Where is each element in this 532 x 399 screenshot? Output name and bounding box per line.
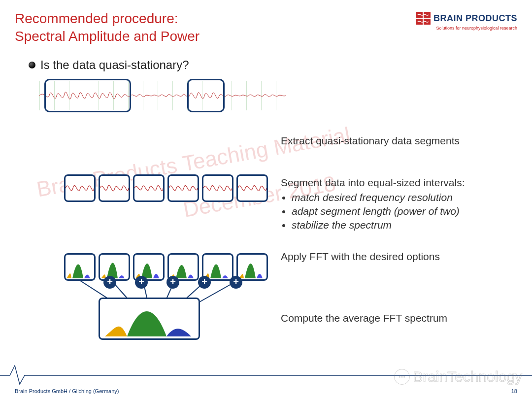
- footer-wave-icon: [0, 361, 532, 385]
- selection-box-2: [187, 79, 225, 112]
- corner-watermark: ⋯ BrainTechnology: [394, 368, 522, 385]
- title-block: Recommended procedure: Spectral Amplitud…: [15, 10, 200, 46]
- bullet-icon: [29, 62, 35, 68]
- svg-rect-2: [416, 19, 423, 25]
- step-segment-intro: Segment data into equal-sized intervals:: [281, 177, 527, 189]
- logo-text: BRAIN PRODUCTS: [433, 13, 517, 24]
- slide-container: Recommended procedure: Spectral Amplitud…: [0, 0, 532, 399]
- segment-3: [133, 174, 165, 202]
- corner-watermark-text: BrainTechnology: [413, 368, 522, 385]
- plus-icon: +: [135, 276, 148, 289]
- svg-rect-3: [424, 19, 431, 25]
- question-text: Is the data quasi-stationary?: [40, 58, 189, 72]
- svg-rect-1: [424, 12, 431, 18]
- step-average: Compute the average FFT spectrum: [281, 312, 527, 324]
- segment-1: [64, 174, 96, 202]
- plus-icon: +: [103, 276, 116, 289]
- fft-6: [236, 253, 268, 281]
- question-bullet: Is the data quasi-stationary?: [29, 58, 517, 72]
- segment-4: [167, 174, 199, 202]
- fft-2: [99, 253, 130, 281]
- segment-2: [99, 174, 130, 202]
- step-fft-text: Apply FFT with the desired options: [281, 251, 527, 263]
- seg-item-2: adapt segment length (power of two): [292, 204, 527, 218]
- selection-box-1: [44, 79, 131, 112]
- title-line-2: Spectral Amplitude and Power: [15, 28, 200, 45]
- segment-boxes: [64, 174, 268, 202]
- header-divider: [15, 50, 517, 50]
- fft-1: [64, 253, 96, 281]
- plus-icon: +: [230, 276, 242, 289]
- average-spectrum-box: [99, 298, 200, 340]
- step-average-text: Compute the average FFT spectrum: [281, 312, 527, 324]
- segment-6: [236, 174, 268, 202]
- content-area: Brain Products Teaching Material Decembe…: [15, 81, 517, 357]
- logo-tagline: Solutions for neurophysiological researc…: [416, 26, 517, 31]
- step-extract: Extract quasi-stationary data segments: [281, 135, 527, 147]
- brand-logo: BRAIN PRODUCTS Solutions for neurophysio…: [416, 10, 517, 31]
- step-extract-text: Extract quasi-stationary data segments: [281, 135, 527, 147]
- slide-header: Recommended procedure: Spectral Amplitud…: [15, 10, 517, 46]
- plus-icon: +: [166, 276, 179, 289]
- raw-eeg-strip: [39, 81, 286, 110]
- seg-item-3: stabilize the spectrum: [292, 218, 527, 232]
- segment-5: [202, 174, 233, 202]
- plus-icon: +: [198, 276, 211, 289]
- step-segment-list: match desired frequency resolution adapt…: [281, 191, 527, 233]
- chat-bubble-icon: ⋯: [394, 369, 410, 385]
- footer-page-number: 18: [511, 388, 517, 394]
- slide-footer: Brain Products GmbH / Gilching (Germany)…: [0, 388, 532, 394]
- plus-row: + + + + +: [64, 280, 268, 293]
- step-fft: Apply FFT with the desired options: [281, 251, 527, 263]
- title-line-1: Recommended procedure:: [15, 10, 200, 28]
- seg-item-1: match desired frequency resolution: [292, 191, 527, 204]
- step-segment: Segment data into equal-sized intervals:…: [281, 177, 527, 233]
- brain-logo-icon: [416, 12, 431, 25]
- svg-rect-0: [416, 12, 423, 18]
- footer-company: Brain Products GmbH / Gilching (Germany): [15, 388, 119, 394]
